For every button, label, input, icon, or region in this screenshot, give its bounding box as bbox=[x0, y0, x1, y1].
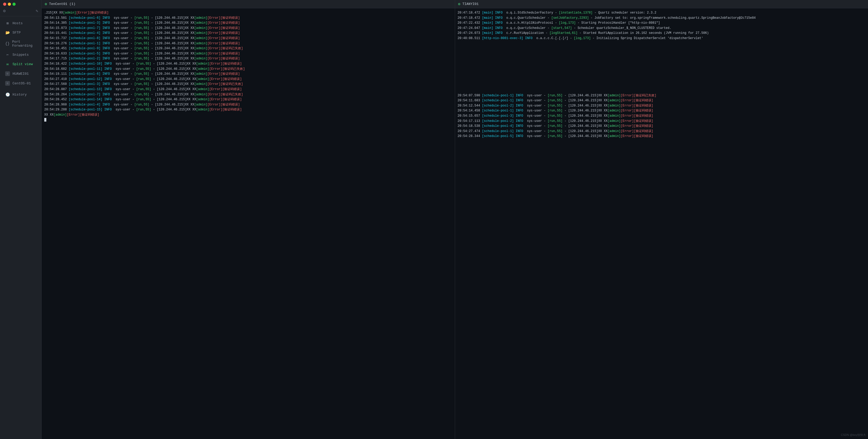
hosts-icon: ⊞ bbox=[5, 21, 10, 26]
sidebar-item-huawei01[interactable]: ⚙ HUAWEI01 bbox=[2, 69, 40, 79]
port-forwarding-icon: {} bbox=[5, 42, 10, 46]
log-line: 20:54:14.385 [schedule-pool-3] INFO sys-… bbox=[44, 21, 452, 26]
log-line: 20:47:22.432 [main] INFO o.a.c.h.Http11N… bbox=[458, 21, 866, 26]
sidebar-top: ⚙ ✎ bbox=[0, 6, 41, 17]
log-line: 20:54:18.538 [schedule-pool-4] INFO sys-… bbox=[458, 124, 866, 129]
log-line: 20:54:19.111 [schedule-pool-6] INFO sys-… bbox=[44, 72, 452, 76]
left-terminal-body[interactable]: .215]XX XX[admin][Error][验证码错误]20:54:13.… bbox=[42, 8, 455, 439]
left-terminal-gear-icon: ⚙ bbox=[45, 2, 47, 6]
log-line: 20:47:18.472 [main] INFO o.q.i.StdSchedu… bbox=[458, 10, 866, 15]
log-line: 20:54:27.560 [schedule-pool-3] INFO sys-… bbox=[44, 82, 452, 87]
log-line: 20:54:28.452 [schedule-pool-14] INFO sys… bbox=[44, 97, 452, 102]
sidebar-item-sftp[interactable]: 📂 SFTP bbox=[2, 28, 40, 37]
sidebar-item-history[interactable]: 🕐 History bbox=[2, 90, 40, 99]
log-line: XX XX[admin][Error][验证码错误] bbox=[44, 113, 452, 118]
log-line: 20:54:13.501 [schedule-pool-6] INFO sys-… bbox=[44, 15, 452, 21]
centos01-icon: ⚙ bbox=[5, 81, 10, 86]
snippets-icon: ✂ bbox=[5, 53, 10, 57]
sidebar-item-split-view[interactable]: ✉ Split view bbox=[2, 60, 40, 69]
sidebar-item-huawei01-label: HUAWEI01 bbox=[12, 72, 29, 76]
split-view-icon: ✉ bbox=[5, 62, 10, 66]
minimize-button[interactable] bbox=[8, 3, 11, 6]
left-terminal-pane: ⚙ TenCent01 (1) .215]XX XX[admin][Error]… bbox=[42, 0, 455, 439]
watermark: CSDN @boy技快大 bbox=[841, 433, 866, 437]
log-line: 20:54:28.087 [schedule-pool-13] INFO sys… bbox=[44, 87, 452, 92]
log-line: 20:54:15.073 [schedule-pool-7] INFO sys-… bbox=[44, 26, 452, 31]
log-line: 20:54:07.590 [schedule-pool-1] INFO sys-… bbox=[458, 93, 866, 98]
sidebar-item-sftp-label: SFTP bbox=[12, 31, 21, 35]
log-line: 20:54:17.715 [schedule-pool-2] INFO sys-… bbox=[44, 56, 452, 61]
traffic-lights bbox=[0, 0, 41, 6]
huawei01-icon: ⚙ bbox=[5, 71, 10, 76]
left-terminal-title: TenCent01 (1) bbox=[49, 2, 75, 6]
log-line: 20:54:28.264 [schedule-pool-7] INFO sys-… bbox=[44, 92, 452, 97]
sidebar-item-snippets[interactable]: ✂ Snippets bbox=[2, 50, 40, 59]
maximize-button[interactable] bbox=[12, 3, 16, 6]
terminals-container: ⚙ TenCent01 (1) .215]XX XX[admin][Error]… bbox=[42, 0, 868, 439]
log-line: 20:54:16.451 [schedule-pool-9] INFO sys-… bbox=[44, 46, 452, 51]
right-terminal-header: ⚙ TIANYI01 bbox=[455, 0, 868, 8]
log-line: 20:54:11.683 [schedule-pool-1] INFO sys-… bbox=[458, 98, 866, 103]
sidebar-item-history-label: History bbox=[12, 93, 27, 97]
sidebar-item-port-forwarding-label: Port Forwarding bbox=[12, 40, 36, 48]
log-line: 20:54:18.602 [schedule-pool-11] INFO sys… bbox=[44, 67, 452, 72]
close-button[interactable] bbox=[3, 3, 6, 6]
left-terminal-header: ⚙ TenCent01 (1) bbox=[42, 0, 455, 8]
sidebar-item-snippets-label: Snippets bbox=[12, 53, 29, 57]
sidebar-item-split-view-label: Split view bbox=[12, 62, 33, 66]
history-icon: 🕐 bbox=[5, 92, 10, 97]
log-line: 20:54:18.422 [schedule-pool-10] INFO sys… bbox=[44, 61, 452, 66]
log-line: 20:54:14.458 [schedule-pool-1] INFO sys-… bbox=[458, 108, 866, 113]
log-line: 20:54:12.544 [schedule-pool-2] INFO sys-… bbox=[458, 103, 866, 108]
log-line: 20:47:24.073 [main] INFO c.r.RuoYiApplic… bbox=[458, 31, 866, 36]
log-line: 20:54:16.276 [schedule-pool-1] INFO sys-… bbox=[44, 41, 452, 46]
log-line: 20:54:29.288 [schedule-pool-15] INFO sys… bbox=[44, 107, 452, 112]
sidebar-nav: ⊞ Hosts 📂 SFTP {} Port Forwarding ✂ Snip… bbox=[0, 17, 41, 439]
sidebar-item-centos01[interactable]: ⚙ CentOS-01 bbox=[2, 79, 40, 88]
settings-icon[interactable]: ⚙ bbox=[3, 8, 6, 13]
sftp-icon: 📂 bbox=[5, 30, 10, 35]
terminal-cursor bbox=[44, 118, 452, 122]
log-line: 20:54:15.737 [schedule-pool-8] INFO sys-… bbox=[44, 36, 452, 41]
log-line: 20:54:15.657 [schedule-pool-3] INFO sys-… bbox=[458, 114, 866, 119]
sidebar-item-port-forwarding[interactable]: {} Port Forwarding bbox=[2, 37, 40, 50]
log-line: 20:47:18.472 [main] INFO o.q.c.QuartzSch… bbox=[458, 15, 866, 21]
log-line: 20:54:28.960 [schedule-pool-4] INFO sys-… bbox=[44, 102, 452, 107]
log-line: 20:47:24.047 [main] INFO o.q.c.QuartzSch… bbox=[458, 26, 866, 31]
log-line: 20:54:27.474 [schedule-pool-1] INFO sys-… bbox=[458, 129, 866, 134]
sidebar-item-hosts[interactable]: ⊞ Hosts bbox=[2, 19, 40, 28]
sidebar-item-hosts-label: Hosts bbox=[12, 21, 23, 25]
main-content: ⚙ TenCent01 (1) .215]XX XX[admin][Error]… bbox=[42, 0, 868, 439]
log-line: 20:48:08.511 [http-nio-8081-exec-3] INFO… bbox=[458, 36, 866, 41]
edit-icon[interactable]: ✎ bbox=[36, 8, 38, 13]
right-terminal-title: TIANYI01 bbox=[462, 2, 478, 6]
log-line: .215]XX XX[admin][Error][验证码错误] bbox=[44, 10, 452, 15]
log-line: 20:54:27.410 [schedule-pool-12] INFO sys… bbox=[44, 77, 452, 82]
log-line: 20:54:17.113 [schedule-pool-2] INFO sys-… bbox=[458, 119, 866, 124]
right-terminal-body[interactable]: 20:47:18.472 [main] INFO o.q.i.StdSchedu… bbox=[455, 8, 868, 439]
sidebar-item-centos01-label: CentOS-01 bbox=[12, 82, 31, 85]
sidebar: ⚙ ✎ ⊞ Hosts 📂 SFTP {} Port Forwarding ✂ … bbox=[0, 0, 42, 439]
log-line: 20:54:28.344 [schedule-pool-5] INFO sys-… bbox=[458, 134, 866, 139]
log-line: 20:54:16.633 [schedule-pool-5] INFO sys-… bbox=[44, 51, 452, 56]
right-terminal-pane: ⚙ TIANYI01 20:47:18.472 [main] INFO o.q.… bbox=[455, 0, 868, 439]
right-terminal-gear-icon: ⚙ bbox=[458, 2, 460, 6]
log-line: 20:54:15.441 [schedule-pool-4] INFO sys-… bbox=[44, 31, 452, 36]
